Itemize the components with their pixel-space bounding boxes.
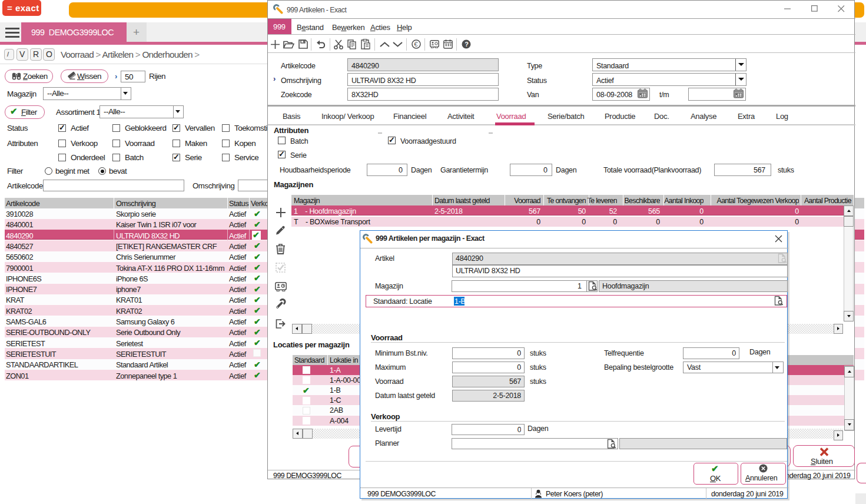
svg-text:?: ? <box>464 41 469 48</box>
svg-text:€: € <box>414 41 417 48</box>
